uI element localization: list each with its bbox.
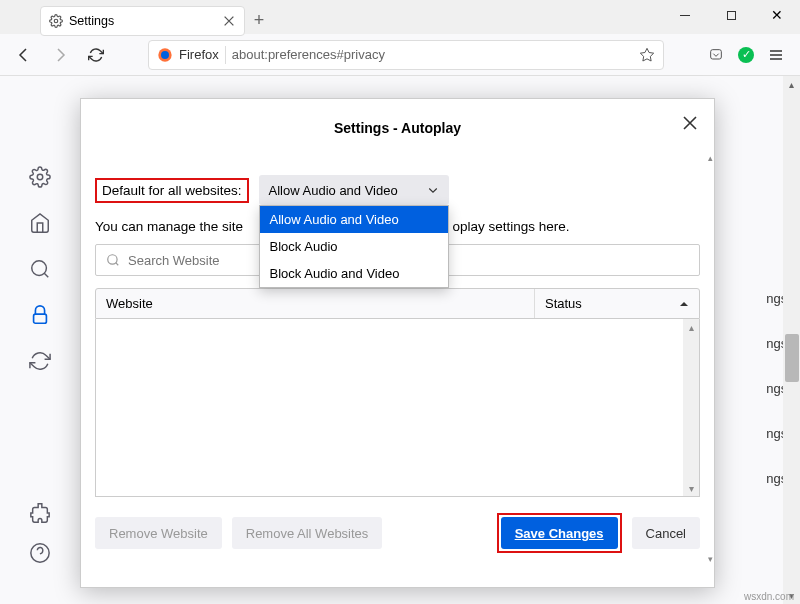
page-scrollbar[interactable]: ▴ ▾ <box>783 76 800 604</box>
default-row: Default for all websites: Allow Audio an… <box>95 175 700 205</box>
svg-rect-4 <box>711 49 722 58</box>
lock-icon[interactable] <box>29 304 51 326</box>
scroll-down-arrow[interactable]: ▾ <box>683 480 699 496</box>
table-scrollbar[interactable]: ▴ ▾ <box>683 319 699 496</box>
column-status[interactable]: Status <box>534 289 699 318</box>
search-icon <box>106 253 120 267</box>
watermark: wsxdn.com <box>744 591 794 602</box>
forward-button[interactable] <box>46 41 74 69</box>
svg-line-12 <box>116 263 119 266</box>
scroll-up-arrow[interactable]: ▴ <box>783 76 800 93</box>
minimize-button[interactable] <box>662 0 708 30</box>
modal-close-icon[interactable] <box>680 113 700 133</box>
dropdown-option[interactable]: Block Audio and Video <box>260 260 448 287</box>
dropdown-button[interactable]: Allow Audio and Video <box>259 175 449 205</box>
tab-title: Settings <box>69 14 216 28</box>
extension-icon[interactable]: ✓ <box>738 47 754 63</box>
default-label: Default for all websites: <box>95 178 249 203</box>
save-highlight: Save Changes <box>497 513 622 553</box>
help-icon[interactable] <box>29 542 51 564</box>
sync-icon[interactable] <box>29 350 51 372</box>
window-controls: ✕ <box>662 0 800 30</box>
modal-scrollbar[interactable]: ▴ ▾ <box>707 154 714 562</box>
browser-tab[interactable]: Settings <box>40 6 245 36</box>
pocket-icon[interactable] <box>702 41 730 69</box>
modal-header: Settings - Autoplay <box>95 113 700 143</box>
url-bar[interactable]: Firefox about:preferences#privacy <box>148 40 664 70</box>
column-website[interactable]: Website <box>96 289 534 318</box>
firefox-icon <box>157 47 173 63</box>
window-close-button[interactable]: ✕ <box>754 0 800 30</box>
dropdown-option[interactable]: Allow Audio and Video <box>260 206 448 233</box>
table-header: Website Status <box>95 288 700 319</box>
modal-footer: Remove Website Remove All Websites Save … <box>95 513 700 553</box>
extensions-icon[interactable] <box>29 502 51 524</box>
separator <box>225 46 226 64</box>
general-gear-icon[interactable] <box>29 166 51 188</box>
bookmark-star-icon[interactable] <box>639 47 655 63</box>
svg-marker-3 <box>640 48 653 61</box>
titlebar: Settings + ✕ <box>0 0 800 34</box>
back-button[interactable] <box>10 41 38 69</box>
search-icon[interactable] <box>29 258 51 280</box>
svg-line-7 <box>44 273 48 277</box>
dropdown-option[interactable]: Block Audio <box>260 233 448 260</box>
scroll-up-arrow[interactable]: ▴ <box>683 319 699 335</box>
close-icon[interactable] <box>222 14 236 28</box>
svg-point-6 <box>32 261 47 276</box>
modal-title: Settings - Autoplay <box>334 120 461 136</box>
autoplay-settings-modal: Settings - Autoplay Default for all webs… <box>80 98 715 588</box>
remove-all-websites-button[interactable]: Remove All Websites <box>232 517 383 549</box>
settings-sidebar <box>0 76 80 604</box>
cancel-button[interactable]: Cancel <box>632 517 700 549</box>
save-changes-button[interactable]: Save Changes <box>501 517 618 549</box>
hamburger-menu-button[interactable] <box>762 41 790 69</box>
dropdown-list: Allow Audio and Video Block Audio Block … <box>259 205 449 288</box>
remove-website-button[interactable]: Remove Website <box>95 517 222 549</box>
svg-rect-8 <box>34 314 47 323</box>
maximize-button[interactable] <box>708 0 754 30</box>
url-text: about:preferences#privacy <box>232 47 633 62</box>
chevron-down-icon <box>427 184 439 196</box>
dropdown-value: Allow Audio and Video <box>269 183 398 198</box>
url-prefix: Firefox <box>179 47 219 62</box>
svg-point-0 <box>54 19 58 23</box>
reload-button[interactable] <box>82 41 110 69</box>
svg-point-2 <box>161 51 169 59</box>
scroll-up-arrow[interactable]: ▴ <box>707 154 714 161</box>
gear-icon <box>49 14 63 28</box>
sort-arrow-icon <box>679 299 689 309</box>
svg-point-11 <box>108 255 117 264</box>
new-tab-button[interactable]: + <box>245 6 273 34</box>
home-icon[interactable] <box>29 212 51 234</box>
toolbar: Firefox about:preferences#privacy ✓ <box>0 34 800 76</box>
default-autoplay-dropdown[interactable]: Allow Audio and Video Allow Audio and Vi… <box>259 175 449 205</box>
scroll-thumb[interactable] <box>785 334 799 382</box>
scroll-down-arrow[interactable]: ▾ <box>707 555 714 562</box>
svg-point-9 <box>31 544 49 562</box>
svg-point-5 <box>37 174 43 180</box>
table-body: ▴ ▾ <box>95 319 700 497</box>
